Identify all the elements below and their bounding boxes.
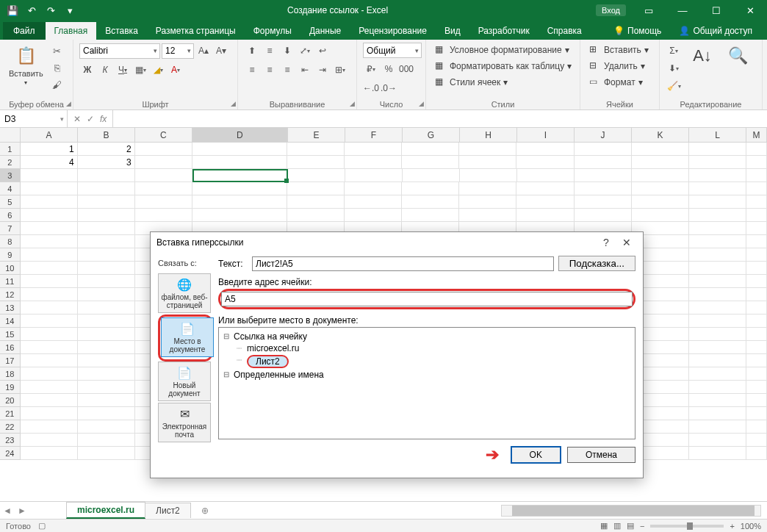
cell[interactable] [402,209,459,222]
cell[interactable] [746,156,767,169]
cell[interactable] [287,209,345,222]
col-header[interactable]: J [575,128,632,142]
cell[interactable]: 4 [21,156,78,169]
cell[interactable] [746,447,767,460]
col-header[interactable]: B [78,128,135,142]
cell[interactable] [78,420,135,434]
sheet-tab[interactable]: Лист2 [145,503,191,518]
ribbon-options-icon[interactable]: ▭ [632,0,666,21]
tab-developer[interactable]: Разработчик [469,22,539,40]
cell[interactable] [135,169,192,182]
col-header[interactable]: C [135,128,192,142]
align-top-icon[interactable]: ⬆ [244,43,260,59]
row-header[interactable]: 1 [0,143,21,156]
row-header[interactable]: 15 [0,328,21,341]
cell[interactable] [78,381,135,394]
paste-button[interactable]: 📋 Вставить ▾ [6,43,46,87]
cell[interactable] [78,367,135,381]
fill-icon[interactable]: ⬇ [666,60,682,76]
macro-record-icon[interactable]: ▢ [38,521,46,531]
cell[interactable] [689,447,746,460]
cell[interactable] [575,195,632,209]
cell[interactable] [459,182,516,195]
fx-icon[interactable]: fx [100,114,107,124]
merge-icon[interactable]: ⊞ [332,62,348,78]
cell[interactable] [689,248,746,262]
font-color-icon[interactable]: A [168,62,184,78]
increase-decimal-icon[interactable]: ←.0 [363,80,379,96]
cell[interactable] [192,143,288,156]
cell[interactable] [78,195,135,209]
find-select-button[interactable]: 🔍 [723,43,752,69]
cell[interactable] [345,169,403,182]
redo-icon[interactable]: ↷ [41,1,60,19]
cell[interactable] [689,182,746,195]
row-header[interactable]: 12 [0,288,21,301]
zoom-slider[interactable] [650,525,724,528]
tab-view[interactable]: Вид [436,22,469,40]
screentip-button[interactable]: Подсказка... [558,256,635,271]
cell[interactable] [746,143,767,156]
wrap-text-icon[interactable]: ↩ [314,43,331,59]
view-normal-icon[interactable]: ▦ [600,521,608,531]
cell[interactable] [21,169,78,182]
cell[interactable] [459,195,516,209]
select-all-corner[interactable] [0,128,21,142]
cell[interactable] [192,156,288,169]
cell[interactable] [459,209,516,222]
cell[interactable] [689,195,746,209]
cell[interactable] [689,275,746,288]
cell[interactable] [632,169,689,182]
decrease-font-icon[interactable]: A▾ [213,43,229,59]
cell[interactable] [402,195,459,209]
row-header[interactable]: 18 [0,367,21,381]
cell[interactable] [459,143,516,156]
link-to-web-button[interactable]: 🌐 файлом, веб-страницей [158,273,211,313]
cell[interactable] [575,143,632,156]
cell[interactable] [689,156,746,169]
insert-cells-button[interactable]: ⊞Вставить ▾ [586,43,652,57]
cell[interactable] [78,222,135,235]
tab-file[interactable]: Файл [3,22,46,40]
cell[interactable] [78,288,135,301]
cell[interactable] [403,169,460,182]
align-left-icon[interactable]: ≡ [244,62,260,78]
cell[interactable] [21,420,78,434]
cell[interactable] [287,182,345,195]
col-header[interactable]: M [746,128,767,142]
tree-leaf[interactable]: microexcel.ru [223,342,630,354]
borders-icon[interactable]: ▦ [132,62,148,78]
cancel-formula-icon[interactable]: ✕ [73,114,81,124]
cell[interactable] [21,381,78,394]
comma-icon[interactable]: 000 [398,61,414,77]
cell[interactable] [746,169,767,182]
signin-button[interactable]: Вход [596,4,626,16]
tab-home[interactable]: Главная [46,22,97,40]
view-break-icon[interactable]: ▤ [627,521,634,531]
tell-me[interactable]: 💡 Помощь [605,22,670,40]
cell[interactable] [21,367,78,381]
cell[interactable] [575,209,632,222]
tree-leaf-selected[interactable]: Лист2 [247,355,289,368]
dialog-help-icon[interactable]: ? [596,237,616,248]
cell[interactable] [632,195,689,209]
font-launcher-icon[interactable]: ◢ [231,100,236,107]
col-header[interactable]: D [192,128,288,142]
cell[interactable] [21,235,78,248]
cell[interactable] [78,235,135,248]
cell[interactable] [632,209,689,222]
font-size-combo[interactable]: 12 [162,43,194,59]
cell[interactable] [192,209,288,222]
cell[interactable] [78,314,135,328]
row-header[interactable]: 9 [0,248,21,262]
cell[interactable] [459,156,516,169]
cell[interactable] [345,182,402,195]
clear-icon[interactable]: 🧹 [666,78,682,94]
tab-review[interactable]: Рецензирование [350,22,436,40]
cell[interactable] [21,182,78,195]
cell[interactable] [632,156,689,169]
minimize-icon[interactable]: — [666,0,699,21]
cell[interactable] [460,169,517,182]
cell[interactable] [78,341,135,354]
tab-insert[interactable]: Вставка [96,22,147,40]
